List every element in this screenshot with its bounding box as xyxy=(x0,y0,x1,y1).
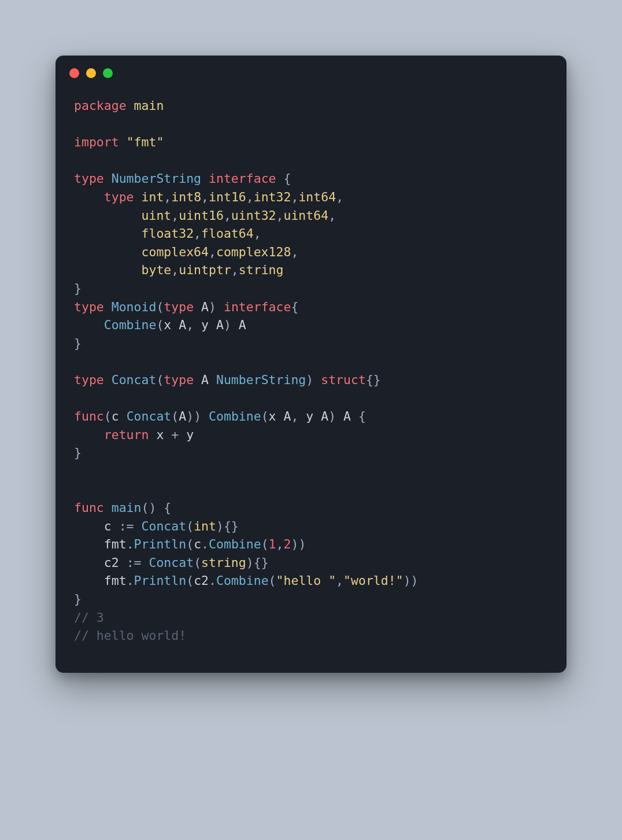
code-token: uint64 xyxy=(283,208,328,223)
code-token: string xyxy=(201,555,246,570)
code-token: ( xyxy=(194,555,201,570)
code-token: )) xyxy=(403,573,419,588)
code-token: float32 xyxy=(142,226,194,241)
code-token: x xyxy=(156,428,171,442)
code-token: complex64 xyxy=(142,245,209,259)
code-token: int8 xyxy=(171,190,201,204)
code-token: 1 xyxy=(269,537,276,551)
code-token: int64 xyxy=(298,190,336,204)
code-token: } xyxy=(74,336,82,351)
code-token: "fmt" xyxy=(127,135,164,149)
code-token: Concat xyxy=(149,555,194,570)
code-token: := xyxy=(119,519,134,533)
code-token: A xyxy=(239,318,246,332)
code-token: . xyxy=(209,573,216,588)
code-token: A xyxy=(201,373,216,387)
code-token: {} xyxy=(366,373,381,387)
code-token: ( xyxy=(186,537,194,551)
code-token: int xyxy=(194,519,216,533)
code-token: NumberString xyxy=(216,373,306,387)
code-token: ( xyxy=(269,573,276,588)
code-token: ){} xyxy=(216,519,239,533)
code-token: func xyxy=(74,500,104,515)
code-token: , xyxy=(291,190,298,204)
code-token: , xyxy=(336,190,343,204)
code-token: func xyxy=(74,409,104,423)
code-token: Println xyxy=(134,573,187,588)
code-token: )) xyxy=(186,409,201,423)
code-token: c xyxy=(112,409,127,423)
code-token: int16 xyxy=(209,190,246,204)
code-token: string xyxy=(239,263,284,277)
code-token: 2 xyxy=(284,537,291,551)
code-token: "world!" xyxy=(343,573,403,588)
code-token: := xyxy=(127,555,142,570)
code-token: uint16 xyxy=(179,208,224,223)
code-content: package main import "fmt" type NumberStr… xyxy=(55,83,567,673)
code-token: int32 xyxy=(254,190,291,204)
code-token: type xyxy=(164,300,194,314)
code-token: , xyxy=(186,318,194,332)
code-token: , xyxy=(291,245,298,259)
code-token: , xyxy=(328,208,336,223)
code-token: } xyxy=(74,592,82,606)
code-token: Monoid xyxy=(112,300,157,314)
code-token: , xyxy=(291,409,298,423)
code-token: y A xyxy=(306,409,328,423)
code-token: main xyxy=(112,500,142,515)
zoom-icon[interactable] xyxy=(103,68,113,78)
code-token: , xyxy=(254,226,261,241)
code-token: ( xyxy=(104,409,112,423)
code-token: NumberString xyxy=(112,171,201,186)
code-token: y A xyxy=(201,318,224,332)
code-token: Combine xyxy=(209,537,261,551)
code-token: , xyxy=(194,226,201,241)
minimize-icon[interactable] xyxy=(86,68,96,78)
code-token: x A xyxy=(164,318,186,332)
code-token: { xyxy=(358,409,366,423)
code-token: "hello " xyxy=(276,573,336,588)
code-token: float64 xyxy=(201,226,254,241)
code-token: uint xyxy=(142,208,172,223)
code-token: ) xyxy=(328,409,336,423)
code-token: ( xyxy=(261,537,269,551)
close-icon[interactable] xyxy=(69,68,79,78)
code-token: // hello world! xyxy=(74,628,186,643)
code-token: uintptr xyxy=(179,263,231,277)
code-token: y xyxy=(186,428,194,442)
code-token: c xyxy=(104,519,119,533)
code-token: package xyxy=(74,98,127,113)
code-token: . xyxy=(127,573,134,588)
code-token: // 3 xyxy=(74,610,104,625)
code-token: ( xyxy=(171,409,179,423)
code-token: fmt xyxy=(104,537,127,551)
code-token: interface xyxy=(224,300,291,314)
code-token: , xyxy=(224,208,231,223)
code-token: , xyxy=(171,263,179,277)
code-token: , xyxy=(171,208,179,223)
code-token: { xyxy=(164,500,171,515)
code-token: Println xyxy=(134,537,187,551)
code-token: A xyxy=(201,300,209,314)
code-token: ( xyxy=(156,300,164,314)
code-token: } xyxy=(74,445,82,460)
code-token: Combine xyxy=(104,318,157,332)
code-token: Combine xyxy=(216,573,269,588)
code-token: type xyxy=(74,373,104,387)
code-token: uint32 xyxy=(231,208,276,223)
code-window: package main import "fmt" type NumberStr… xyxy=(55,56,567,673)
code-token: c2 xyxy=(194,573,209,588)
code-token: type xyxy=(164,373,194,387)
code-token: ( xyxy=(156,318,164,332)
code-token: type xyxy=(74,300,104,314)
code-token: , xyxy=(201,190,209,204)
code-token: ) xyxy=(209,300,216,314)
code-token: , xyxy=(231,263,239,277)
code-token: c2 xyxy=(104,555,127,570)
code-token: A xyxy=(179,409,186,423)
code-token: byte xyxy=(142,263,172,277)
code-token: Combine xyxy=(209,409,261,423)
code-token: } xyxy=(74,281,82,296)
code-token: int xyxy=(142,190,164,204)
code-token: type xyxy=(104,190,134,204)
